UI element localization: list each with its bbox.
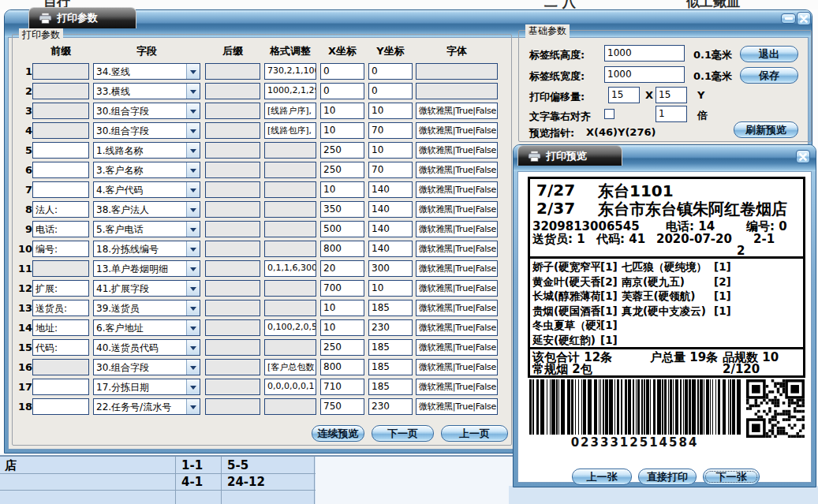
y-coord-input[interactable]: 185: [368, 300, 413, 316]
font-input[interactable]: 微软雅黑|True|False: [416, 398, 498, 415]
prefix-input[interactable]: [32, 359, 89, 375]
suffix-input[interactable]: [205, 83, 260, 99]
x-coord-input[interactable]: 700: [320, 280, 364, 297]
close-button[interactable]: [797, 12, 811, 25]
field-select[interactable]: 30.组合字段: [93, 122, 200, 139]
x-coord-input[interactable]: 800: [320, 359, 364, 375]
chevron-down-icon[interactable]: [186, 64, 200, 79]
x-coord-input[interactable]: 0: [320, 83, 364, 99]
field-select[interactable]: 40.送货员代码: [93, 339, 200, 356]
suffix-input[interactable]: [205, 379, 260, 395]
chevron-down-icon[interactable]: [186, 340, 200, 355]
suffix-input[interactable]: [205, 103, 260, 119]
prefix-input[interactable]: 编号:: [32, 241, 89, 257]
font-input[interactable]: 微软雅黑|True|False: [416, 359, 498, 375]
field-select[interactable]: 6.客户地址: [93, 319, 200, 336]
next-page-button[interactable]: 下一页: [372, 425, 434, 442]
prefix-input[interactable]: 地址:: [32, 319, 89, 336]
format-input[interactable]: 0,0,0,0,0,1: [264, 379, 316, 395]
field-select[interactable]: 1.线路名称: [93, 142, 200, 159]
align-right-checkbox[interactable]: [604, 109, 614, 119]
font-input[interactable]: 微软雅黑|True|False: [416, 122, 498, 139]
suffix-input[interactable]: [205, 221, 260, 237]
prefix-input[interactable]: [32, 379, 89, 395]
scale-input[interactable]: 1: [656, 106, 687, 122]
format-input[interactable]: [线路包序],: [264, 122, 316, 139]
field-select[interactable]: 13.单户卷烟明细: [93, 260, 200, 277]
field-select[interactable]: 39.送货员: [93, 300, 200, 316]
x-coord-input[interactable]: 250: [320, 339, 364, 356]
format-input[interactable]: [264, 142, 316, 159]
suffix-input[interactable]: [205, 241, 260, 257]
field-select[interactable]: 22.任务号/流水号: [93, 398, 200, 415]
x-coord-input[interactable]: 800: [320, 241, 364, 257]
prefix-input[interactable]: [32, 260, 89, 277]
prefix-input[interactable]: [32, 398, 89, 415]
font-input[interactable]: 微软雅黑|True|False: [416, 339, 498, 356]
chevron-down-icon[interactable]: [186, 123, 200, 138]
y-coord-input[interactable]: 185: [368, 359, 413, 375]
chevron-down-icon[interactable]: [186, 281, 200, 296]
font-input[interactable]: 微软雅黑|True|False: [416, 201, 498, 218]
prefix-input[interactable]: 送货员:: [32, 300, 89, 316]
offset-y-input[interactable]: 15: [656, 87, 687, 103]
y-coord-input[interactable]: 10: [368, 142, 413, 159]
format-input[interactable]: 1000,2,1,29: [264, 83, 316, 99]
y-coord-input[interactable]: 0: [368, 63, 413, 80]
chevron-down-icon[interactable]: [186, 162, 200, 177]
y-coord-input[interactable]: 140: [368, 201, 413, 218]
format-input[interactable]: [客户总包数: [264, 359, 316, 375]
prefix-input[interactable]: 扩展:: [32, 280, 89, 297]
font-input[interactable]: [416, 83, 498, 99]
suffix-input[interactable]: [205, 359, 260, 375]
paper-height-input[interactable]: 1000: [604, 45, 685, 62]
font-input[interactable]: 微软雅黑|True|False: [416, 260, 498, 277]
y-coord-input[interactable]: 185: [368, 379, 413, 395]
suffix-input[interactable]: [205, 300, 260, 316]
x-coord-input[interactable]: 10: [320, 103, 364, 119]
chevron-down-icon[interactable]: [186, 379, 200, 394]
field-select[interactable]: 38.客户法人: [93, 201, 200, 218]
field-select[interactable]: 30.组合字段: [93, 359, 200, 375]
prefix-input[interactable]: 代码:: [32, 339, 89, 356]
font-input[interactable]: 微软雅黑|True|False: [416, 241, 498, 257]
suffix-input[interactable]: [205, 319, 260, 336]
format-input[interactable]: [264, 221, 316, 237]
x-coord-input[interactable]: 10: [320, 319, 364, 336]
suffix-input[interactable]: [205, 201, 260, 218]
y-coord-input[interactable]: 10: [368, 103, 413, 119]
format-input[interactable]: [264, 181, 316, 198]
chevron-down-icon[interactable]: [186, 320, 200, 335]
prefix-input[interactable]: [32, 122, 89, 139]
format-input[interactable]: 0,1,1,6,300: [264, 260, 316, 277]
y-coord-input[interactable]: 140: [368, 241, 413, 257]
chevron-down-icon[interactable]: [186, 261, 200, 276]
close-button[interactable]: [796, 150, 810, 163]
chevron-down-icon[interactable]: [186, 103, 200, 118]
font-input[interactable]: 微软雅黑|True|False: [416, 181, 498, 198]
x-coord-input[interactable]: 750: [320, 398, 364, 415]
font-input[interactable]: 微软雅黑|True|False: [416, 300, 498, 316]
x-coord-input[interactable]: 10: [320, 181, 364, 198]
field-select[interactable]: 17.分拣日期: [93, 379, 200, 395]
prefix-input[interactable]: [32, 142, 89, 159]
next-sheet-button[interactable]: 下一张: [703, 469, 760, 485]
field-select[interactable]: 41.扩展字段: [93, 280, 200, 297]
refresh-preview-button[interactable]: 刷新预览: [734, 121, 798, 138]
prefix-input[interactable]: [32, 162, 89, 178]
suffix-input[interactable]: [205, 260, 260, 277]
font-input[interactable]: 微软雅黑|True|False: [416, 379, 498, 395]
chevron-down-icon[interactable]: [186, 222, 200, 237]
x-coord-input[interactable]: 250: [320, 162, 364, 178]
format-input[interactable]: [线路户序],: [264, 103, 316, 119]
suffix-input[interactable]: [205, 63, 260, 80]
font-input[interactable]: 微软雅黑|True|False: [416, 103, 498, 119]
suffix-input[interactable]: [205, 339, 260, 356]
prefix-input[interactable]: [32, 103, 89, 119]
suffix-input[interactable]: [205, 142, 260, 159]
minimize-button[interactable]: [781, 13, 796, 24]
suffix-input[interactable]: [205, 122, 260, 139]
offset-x-input[interactable]: 15: [608, 87, 640, 103]
x-coord-input[interactable]: 350: [320, 201, 364, 218]
field-select[interactable]: 34.竖线: [93, 63, 200, 80]
